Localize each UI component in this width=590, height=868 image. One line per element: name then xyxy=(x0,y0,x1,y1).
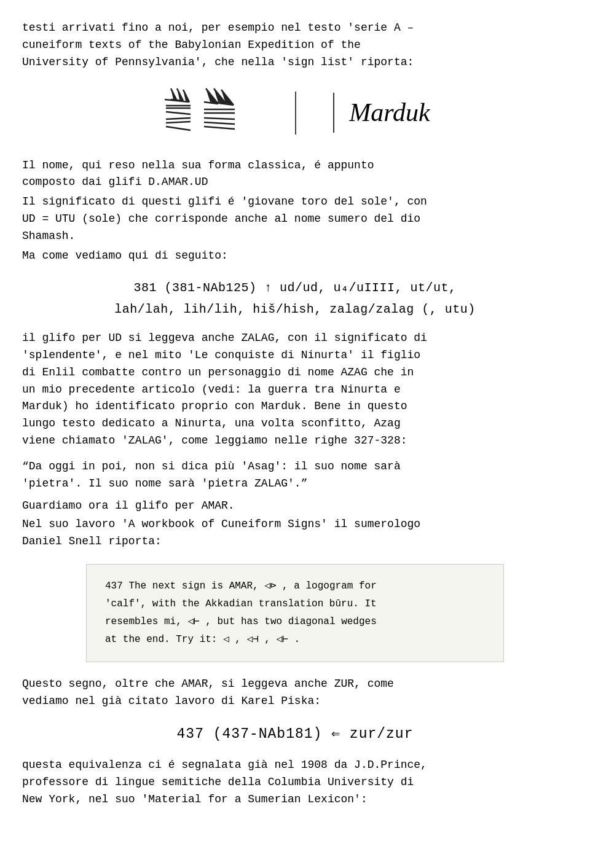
para7: Nel suo lavoro 'A workbook of Cuneiform … xyxy=(22,516,568,550)
svg-line-21 xyxy=(204,122,235,124)
formula-block: 381 (381-NAb125) ↑ ud/ud, u₄/uIIII, ut/u… xyxy=(22,278,568,319)
svg-line-22 xyxy=(204,127,235,129)
svg-line-10 xyxy=(166,122,191,123)
ms-line4: at the end. Try it: ◁ , ◁⊣ , ◁⊢ . xyxy=(105,631,485,648)
para9: questa equivalenza ci é segnalata già ne… xyxy=(22,757,568,808)
para4: Ma come vediamo qui di seguito: xyxy=(22,248,568,265)
cuneiform-sign-image xyxy=(160,82,258,144)
cuneiform-svg xyxy=(160,82,258,138)
ms-line1: 437 The next sign is AMAR, ◁⊳ , a logogr… xyxy=(105,578,485,595)
svg-line-9 xyxy=(166,118,191,119)
sign-display: Marduk xyxy=(22,82,568,144)
para2: Il nome, qui reso nella sua forma classi… xyxy=(22,157,568,192)
vertical-divider xyxy=(295,92,296,135)
para5: il glifo per UD si leggeva anche ZALAG, … xyxy=(22,330,568,450)
quote-block: “Da oggi in poi, non si dica più 'Asag':… xyxy=(22,458,568,493)
ms-line3: resembles mi, ◁⊢ , but has two diagonal … xyxy=(105,614,485,630)
para3: Il significato di questi glifi é 'giovan… xyxy=(22,194,568,245)
zur-formula-block: 437 (437-NAb181) ⇐ zur/zur xyxy=(22,724,568,746)
formula-line1: 381 (381-NAb125) ↑ ud/ud, u₄/uIIII, ut/u… xyxy=(22,278,568,297)
ms-line2: 'calf', with the Akkadian translation bū… xyxy=(105,596,485,612)
manuscript-block: 437 The next sign is AMAR, ◁⊳ , a logogr… xyxy=(86,564,504,663)
formula-line2: lah/lah, lih/lih, hiš/hish, zalag/zalag … xyxy=(22,300,568,319)
para6: Guardiamo ora il glifo per AMAR. xyxy=(22,498,568,515)
svg-line-20 xyxy=(204,118,235,119)
page-content: testi arrivati fino a noi, per esempio n… xyxy=(22,20,568,808)
svg-line-11 xyxy=(166,127,191,130)
para8: Questo segno, oltre che AMAR, si leggeva… xyxy=(22,676,568,710)
svg-marker-24 xyxy=(177,88,183,101)
svg-line-8 xyxy=(166,112,191,114)
svg-marker-25 xyxy=(183,90,189,102)
marduk-label: Marduk xyxy=(333,93,430,133)
opening-paragraph: testi arrivati fino a noi, per esempio n… xyxy=(22,20,568,71)
